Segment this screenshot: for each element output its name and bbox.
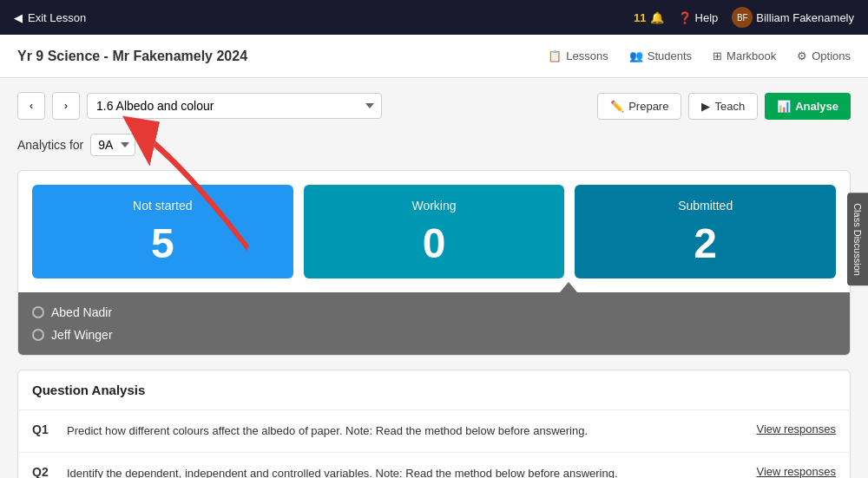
prepare-label: Prepare: [628, 100, 668, 113]
nav-students[interactable]: 👥 Students: [629, 49, 692, 62]
submitted-label: Submitted: [589, 199, 822, 213]
nav-links: 📋 Lessons 👥 Students ⊞ Markbook ⚙ Option…: [548, 49, 851, 62]
lesson-selector-row: ‹ › 1.6 Albedo and colour ✏️ Prepare ▶ T…: [17, 92, 851, 120]
working-card[interactable]: Working 0: [304, 185, 565, 278]
pencil-icon: ✏️: [610, 100, 624, 113]
view-responses-link-q1[interactable]: View responses: [756, 422, 836, 435]
student-name: Abed Nadir: [51, 305, 112, 319]
student-dot: [32, 306, 44, 318]
class-dropdown[interactable]: 9A: [90, 134, 135, 156]
options-label: Options: [812, 49, 851, 62]
next-lesson-button[interactable]: ›: [52, 92, 80, 120]
students-icon: 👥: [629, 49, 643, 62]
analyse-button[interactable]: 📊 Analyse: [765, 93, 851, 120]
nav-lessons[interactable]: 📋 Lessons: [548, 49, 608, 62]
question-number: Q1: [32, 422, 56, 436]
working-label: Working: [318, 199, 551, 213]
nav-markbook[interactable]: ⊞ Markbook: [713, 49, 776, 62]
notifications[interactable]: 11 🔔: [634, 11, 663, 24]
analytics-row: Analytics for 9A: [17, 134, 851, 156]
nav-options[interactable]: ⚙ Options: [797, 49, 851, 62]
stats-cards: Not started 5 Working 0 Submitted 2: [18, 171, 850, 292]
bell-icon: 🔔: [650, 11, 664, 24]
question-number: Q2: [32, 465, 56, 479]
qa-title: Question Analysis: [18, 370, 850, 410]
exit-lesson-label: Exit Lesson: [28, 11, 86, 24]
top-bar-right: 11 🔔 ❓ Help BF Billiam Fakenamely: [634, 7, 854, 28]
course-title: Yr 9 Science - Mr Fakenamely 2024: [17, 49, 247, 64]
main-content: ‹ › 1.6 Albedo and colour ✏️ Prepare ▶ T…: [0, 78, 868, 478]
lessons-icon: 📋: [548, 49, 562, 62]
table-row: Q2 Identify the dependent, independent a…: [18, 453, 850, 479]
question-icon: ❓: [678, 11, 692, 24]
notification-count: 11: [634, 11, 646, 24]
lesson-dropdown[interactable]: 1.6 Albedo and colour: [87, 93, 382, 119]
exit-lesson-button[interactable]: ◀ Exit Lesson: [14, 11, 86, 24]
lessons-label: Lessons: [566, 49, 608, 62]
student-name: Jeff Winger: [51, 328, 113, 342]
secondary-nav: Yr 9 Science - Mr Fakenamely 2024 📋 Less…: [0, 35, 868, 78]
question-analysis-panel: Question Analysis Q1 Predict how differe…: [17, 370, 851, 478]
list-item[interactable]: Abed Nadir: [32, 301, 836, 324]
class-discussion-label: Class Discussion: [852, 203, 863, 276]
options-icon: ⚙: [797, 49, 807, 62]
user-button[interactable]: BF Billiam Fakenamely: [732, 7, 854, 28]
question-text: Predict how different colours affect the…: [67, 422, 746, 440]
not-started-label: Not started: [46, 199, 279, 213]
tooltip-triangle: [560, 282, 577, 292]
list-item[interactable]: Jeff Winger: [32, 324, 836, 346]
help-button[interactable]: ❓ Help: [678, 11, 719, 24]
user-name: Billiam Fakenamely: [756, 11, 854, 24]
not-started-value: 5: [46, 223, 279, 265]
teach-button[interactable]: ▶ Teach: [688, 93, 758, 120]
table-row: Q1 Predict how different colours affect …: [18, 410, 850, 453]
analytics-label: Analytics for: [17, 138, 83, 152]
analyse-label: Analyse: [795, 100, 838, 113]
avatar: BF: [732, 7, 753, 28]
prev-lesson-button[interactable]: ‹: [17, 92, 45, 120]
working-value: 0: [318, 223, 551, 265]
not-started-card[interactable]: Not started 5: [32, 185, 293, 278]
stats-panel: Not started 5 Working 0 Submitted 2 Abed…: [17, 170, 851, 356]
view-responses-link-q2[interactable]: View responses: [756, 465, 836, 478]
question-text: Identify the dependent, independent and …: [67, 465, 746, 479]
prepare-button[interactable]: ✏️ Prepare: [597, 93, 681, 120]
arrow-left-icon: ◀: [14, 11, 23, 24]
chart-icon: 📊: [777, 100, 791, 113]
students-label: Students: [648, 49, 692, 62]
top-bar: ◀ Exit Lesson 11 🔔 ❓ Help BF Billiam Fak…: [0, 0, 868, 35]
action-buttons: ✏️ Prepare ▶ Teach 📊 Analyse: [597, 93, 851, 120]
markbook-label: Markbook: [727, 49, 776, 62]
help-label: Help: [695, 11, 719, 24]
student-dot: [32, 329, 44, 341]
students-list: Abed Nadir Jeff Winger: [18, 292, 850, 355]
teach-label: Teach: [714, 100, 745, 113]
submitted-card[interactable]: Submitted 2: [575, 185, 836, 278]
play-icon: ▶: [701, 100, 710, 113]
class-discussion-tab[interactable]: Class Discussion: [847, 193, 868, 286]
submitted-value: 2: [589, 223, 822, 265]
markbook-icon: ⊞: [713, 49, 722, 62]
